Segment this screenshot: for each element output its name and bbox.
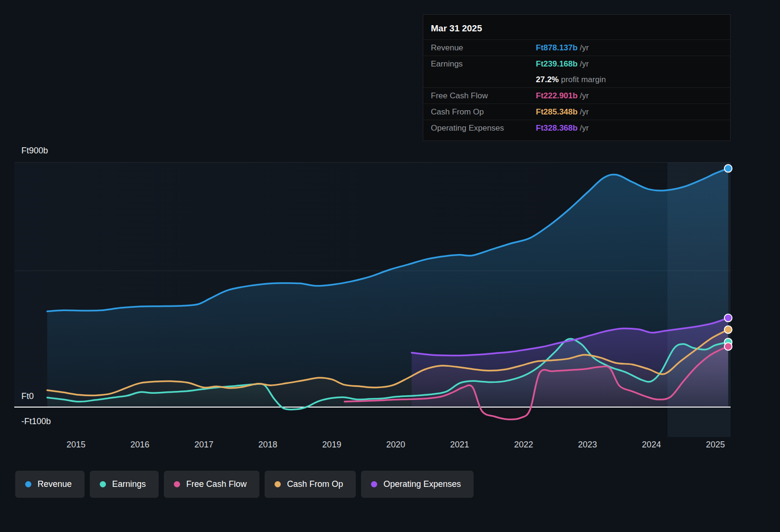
x-axis-label-2020: 2020 bbox=[374, 440, 417, 450]
tooltip-label-free-cash-flow: Free Cash Flow bbox=[423, 91, 536, 101]
x-axis-label-2016: 2016 bbox=[119, 440, 162, 450]
tooltip-value-operating-expenses: Ft328.368b /yr bbox=[536, 124, 589, 133]
legend-label: Operating Expenses bbox=[383, 479, 461, 489]
tooltip-row-cash-from-op: Cash From Op Ft285.348b /yr bbox=[423, 104, 730, 120]
chart-legend: RevenueEarningsFree Cash FlowCash From O… bbox=[15, 471, 474, 498]
opex-end-marker bbox=[724, 314, 732, 322]
legend-label: Revenue bbox=[38, 479, 72, 489]
tooltip-label-earnings: Earnings bbox=[423, 59, 536, 69]
legend-item-cashop[interactable]: Cash From Op bbox=[265, 471, 356, 498]
fcf-legend-dot-icon bbox=[174, 481, 180, 487]
earnings-legend-dot-icon bbox=[100, 481, 106, 487]
x-axis-label-2018: 2018 bbox=[247, 440, 289, 450]
tooltip-date: Mar 31 2025 bbox=[423, 20, 730, 39]
x-axis-label-2025: 2025 bbox=[694, 440, 737, 450]
tooltip-value-revenue: Ft878.137b /yr bbox=[536, 43, 589, 53]
cashop-end-marker bbox=[724, 326, 732, 333]
x-axis-label-2023: 2023 bbox=[566, 440, 609, 450]
revenue-legend-dot-icon bbox=[25, 481, 31, 487]
tooltip-label-cash-from-op: Cash From Op bbox=[423, 107, 536, 117]
legend-item-opex[interactable]: Operating Expenses bbox=[361, 471, 474, 498]
y-axis-label-neg100b: -Ft100b bbox=[21, 417, 51, 427]
tooltip-row-operating-expenses: Operating Expenses Ft328.368b /yr bbox=[423, 120, 730, 136]
tooltip-value-free-cash-flow: Ft222.901b /yr bbox=[536, 91, 589, 101]
legend-label: Cash From Op bbox=[287, 479, 343, 489]
x-axis-label-2024: 2024 bbox=[630, 440, 673, 450]
tooltip-row-free-cash-flow: Free Cash Flow Ft222.901b /yr bbox=[423, 87, 730, 104]
tooltip-value-cash-from-op: Ft285.348b /yr bbox=[536, 107, 589, 117]
latest-period-band bbox=[667, 162, 731, 437]
x-axis-label-2021: 2021 bbox=[438, 440, 481, 450]
tooltip-row-revenue: Revenue Ft878.137b /yr bbox=[423, 39, 730, 56]
y-axis-label-0: Ft0 bbox=[21, 391, 34, 401]
tooltip-value-earnings: Ft239.168b /yr bbox=[536, 59, 589, 69]
tooltip-label-revenue: Revenue bbox=[423, 43, 536, 53]
x-axis-label-2017: 2017 bbox=[182, 440, 225, 450]
legend-item-revenue[interactable]: Revenue bbox=[15, 471, 85, 498]
tooltip-row-earnings: Earnings Ft239.168b /yr bbox=[423, 56, 730, 72]
x-axis-label-2015: 2015 bbox=[55, 440, 97, 450]
legend-label: Free Cash Flow bbox=[186, 479, 247, 489]
fcf-end-marker bbox=[724, 342, 732, 350]
profit-margin-value: 27.2% profit margin bbox=[536, 75, 606, 85]
chart-tooltip: Mar 31 2025 Revenue Ft878.137b /yr Earni… bbox=[423, 14, 731, 141]
tooltip-label-operating-expenses: Operating Expenses bbox=[423, 124, 536, 133]
x-axis-label-2022: 2022 bbox=[502, 440, 545, 450]
y-axis-label-900b: Ft900b bbox=[21, 146, 48, 156]
legend-item-fcf[interactable]: Free Cash Flow bbox=[164, 471, 259, 498]
x-axis-label-2019: 2019 bbox=[310, 440, 353, 450]
cashop-legend-dot-icon bbox=[275, 481, 281, 487]
tooltip-row-profit-margin: 27.2% profit margin bbox=[423, 72, 730, 87]
opex-legend-dot-icon bbox=[371, 481, 377, 487]
legend-label: Earnings bbox=[112, 479, 146, 489]
legend-item-earnings[interactable]: Earnings bbox=[90, 471, 159, 498]
revenue-end-marker bbox=[724, 165, 732, 172]
